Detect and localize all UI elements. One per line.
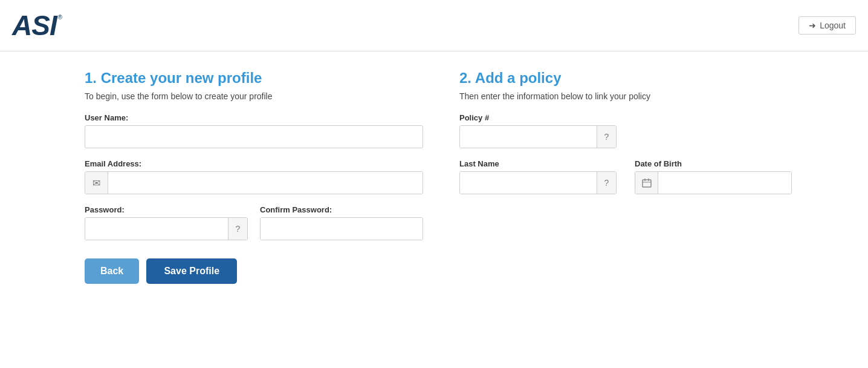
policy-help-button[interactable]: ? (597, 126, 616, 148)
section1-subtitle: To begin, use the form below to create y… (85, 91, 423, 101)
email-input[interactable] (108, 172, 423, 194)
lastname-label: Last Name (459, 159, 617, 168)
dob-label: Date of Birth (635, 159, 792, 168)
save-profile-button[interactable]: Save Profile (146, 258, 237, 284)
section1-title: 1. Create your new profile (85, 70, 423, 87)
logo-registered: ® (58, 14, 62, 21)
add-policy-section: 2. Add a policy Then enter the informati… (459, 70, 792, 284)
buttons-row: Back Save Profile (85, 258, 423, 284)
password-help-button[interactable]: ? (228, 218, 247, 240)
header: ASI® ➜ Logout (0, 0, 868, 51)
section2-subtitle: Then enter the information below to link… (459, 91, 792, 101)
logo-text: ASI (12, 12, 57, 39)
username-group: User Name: (85, 113, 423, 148)
policy-label: Policy # (459, 113, 792, 122)
dob-input-wrapper (635, 171, 792, 194)
logout-button[interactable]: ➜ Logout (798, 16, 856, 34)
policy-input[interactable] (460, 126, 597, 148)
password-row: Password: ? Confirm Password: (85, 205, 423, 240)
email-label: Email Address: (85, 159, 423, 168)
password-label: Password: (85, 205, 248, 214)
confirm-password-label: Confirm Password: (260, 205, 423, 214)
section2-title: 2. Add a policy (459, 70, 792, 87)
email-icon: ✉ (85, 171, 108, 194)
lastname-help-button[interactable]: ? (597, 172, 616, 194)
back-button[interactable]: Back (85, 258, 139, 284)
main-content: 1. Create your new profile To begin, use… (0, 51, 868, 302)
lastname-input[interactable] (460, 172, 597, 194)
password-input[interactable] (85, 218, 228, 240)
dob-input[interactable] (658, 172, 791, 194)
logout-arrow-icon: ➜ (809, 21, 816, 30)
email-group: Email Address: ✉ (85, 159, 423, 194)
svg-rect-0 (643, 180, 651, 187)
confirm-password-group: Confirm Password: (260, 205, 423, 240)
calendar-icon (635, 171, 658, 194)
confirm-password-input[interactable] (261, 218, 423, 240)
username-label: User Name: (85, 113, 423, 122)
email-input-wrapper: ✉ (85, 171, 423, 194)
dob-group: Date of Birth (635, 159, 792, 194)
two-column-layout: 1. Create your new profile To begin, use… (85, 70, 783, 284)
policy-input-wrapper: ? (459, 125, 617, 148)
password-input-wrapper: ? (85, 217, 248, 240)
logout-label: Logout (820, 21, 846, 30)
confirm-password-input-wrapper (260, 217, 423, 240)
create-profile-section: 1. Create your new profile To begin, use… (85, 70, 423, 284)
policy-group: Policy # ? (459, 113, 792, 148)
lastname-input-wrapper: ? (459, 171, 617, 194)
username-input[interactable] (85, 125, 423, 148)
password-group: Password: ? (85, 205, 248, 240)
logo: ASI® (12, 12, 62, 39)
lastname-dob-row: Last Name ? Date of Birth (459, 159, 792, 194)
lastname-group: Last Name ? (459, 159, 617, 194)
